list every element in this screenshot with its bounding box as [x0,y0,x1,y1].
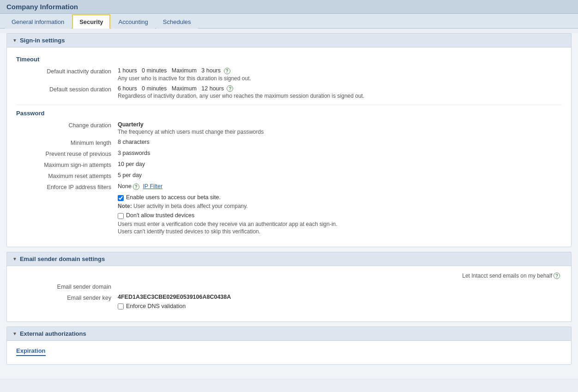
max-signin-row: Maximum sign-in attempts 10 per day [16,161,562,168]
session-duration-value: 6 hours 0 minutes Maximum 12 hours ? Reg… [118,85,562,100]
trusted-devices-note2: Users can't identify trusted devices to … [118,228,562,235]
prevent-reuse-row: Prevent reuse of previous 3 passwords [16,150,562,157]
external-section-title: External authorizations [20,330,86,337]
signin-collapse-arrow: ▼ [12,38,17,43]
enforce-dns-row: Enforce DNS validation [118,303,562,309]
let-intacct-help-icon[interactable]: ? [554,273,560,279]
external-section-header[interactable]: ▼ External authorizations [7,327,571,341]
max-signin-label: Maximum sign-in attempts [16,161,118,168]
session-hours-value: 6 hours 0 minutes Maximum 12 hours [118,85,224,92]
change-duration-value: Quarterly The frequency at which users m… [118,121,562,135]
email-collapse-arrow: ▼ [12,256,17,261]
min-length-value: 8 characters [118,139,562,145]
tab-schedules[interactable]: Schedules [156,15,198,29]
signin-section: ▼ Sign-in settings Timeout Default inact… [6,33,572,247]
min-length-row: Minimum length 8 characters [16,139,562,146]
enforce-dns-label: Enforce DNS validation [126,303,186,309]
enforce-ip-help-icon[interactable]: ? [133,184,139,190]
change-duration-label: Change duration [16,121,118,129]
inactivity-duration-value: 1 hours 0 minutes Maximum 3 hours ? Any … [118,67,562,82]
email-key-text: 4FED1A3EC3CBE029E0539106A8C0438A [118,294,231,300]
beta-note: Note: User activity in beta does affect … [118,203,562,209]
prevent-reuse-label: Prevent reuse of previous [16,150,118,157]
inactivity-hours-value: 1 hours 0 minutes Maximum 3 hours [118,67,221,74]
page-title: Company Information [0,0,578,14]
max-reset-label: Maximum reset attempts [16,172,118,179]
email-section-title: Email sender domain settings [20,255,105,262]
tab-accounting[interactable]: Accounting [111,15,155,29]
email-section: ▼ Email sender domain settings Let Intac… [6,252,572,322]
email-domain-row: Email sender domain [16,283,562,290]
inactivity-duration-label: Default inactivity duration [16,67,118,75]
content-area: ▼ Sign-in settings Timeout Default inact… [0,33,578,379]
enforce-ip-none: None [118,183,132,190]
email-key-row: Email sender key 4FED1A3EC3CBE029E053910… [16,294,562,309]
email-section-header[interactable]: ▼ Email sender domain settings [7,252,571,266]
beta-enable-label: Enable users to access our beta site. [126,194,221,201]
signin-section-title: Sign-in settings [20,37,65,44]
ip-filter-link[interactable]: IP Filter [143,183,163,190]
email-key-label: Email sender key [16,294,118,301]
session-duration-label: Default session duration [16,85,118,93]
beta-checkbox[interactable] [118,195,124,201]
trusted-devices-checkbox[interactable] [118,213,124,219]
inactivity-duration-row: Default inactivity duration 1 hours 0 mi… [16,67,562,82]
tabs-bar: General information Security Accounting … [0,14,578,29]
enforce-dns-checkbox[interactable] [118,303,124,309]
timeout-password-divider [16,105,562,105]
let-intacct-row: Let Intacct send emails on my behalf ? [16,273,562,279]
beta-note-bold: Note: [118,203,132,209]
let-intacct-label: Let Intacct send emails on my behalf [462,273,552,279]
trusted-devices-note1: Users must enter a verification code the… [118,221,562,227]
beta-row: Enable users to access our beta site. No… [16,194,562,235]
change-duration-note: The frequency at which users must change… [118,129,562,135]
inactivity-help-icon[interactable]: ? [224,68,230,74]
beta-note-text: User activity in beta does affect your c… [133,203,248,209]
max-reset-value: 5 per day [118,172,562,178]
max-reset-row: Maximum reset attempts 5 per day [16,172,562,179]
tab-general[interactable]: General information [5,15,71,29]
external-collapse-arrow: ▼ [12,331,17,336]
enforce-ip-row: Enforce IP address filters None? IP Filt… [16,183,562,190]
trusted-devices-label: Don't allow trusted devices [126,212,194,219]
change-duration-row: Change duration Quarterly The frequency … [16,121,562,135]
prevent-reuse-value: 3 passwords [118,150,562,156]
beta-spacer [16,194,118,195]
trusted-devices-checkbox-row: Don't allow trusted devices [118,212,562,219]
signin-section-header[interactable]: ▼ Sign-in settings [7,34,571,48]
external-section: ▼ External authorizations Expiration [6,327,572,365]
timeout-subsection-title: Timeout [16,56,562,63]
external-section-body: Expiration [7,341,571,364]
change-duration-bold: Quarterly [118,121,562,128]
min-length-label: Minimum length [16,139,118,146]
password-subsection-title: Password [16,110,562,117]
expiration-label: Expiration [16,347,46,356]
enforce-ip-label: Enforce IP address filters [16,183,118,190]
signin-section-body: Timeout Default inactivity duration 1 ho… [7,48,571,247]
email-domain-label: Email sender domain [16,283,118,290]
beta-value: Enable users to access our beta site. No… [118,194,562,235]
email-section-body: Let Intacct send emails on my behalf ? E… [7,266,571,321]
session-help-icon[interactable]: ? [227,85,233,92]
session-duration-row: Default session duration 6 hours 0 minut… [16,85,562,100]
enforce-ip-value: None? IP Filter [118,183,562,190]
page-wrapper: Company Information General information … [0,0,578,392]
inactivity-note: Any user who is inactive for this durati… [118,75,562,82]
max-signin-value: 10 per day [118,161,562,167]
tab-security[interactable]: Security [72,14,110,29]
email-key-value: 4FED1A3EC3CBE029E0539106A8C0438A Enforce… [118,294,562,309]
session-note: Regardless of inactivity duration, any u… [118,93,562,99]
beta-checkbox-row: Enable users to access our beta site. [118,194,562,201]
